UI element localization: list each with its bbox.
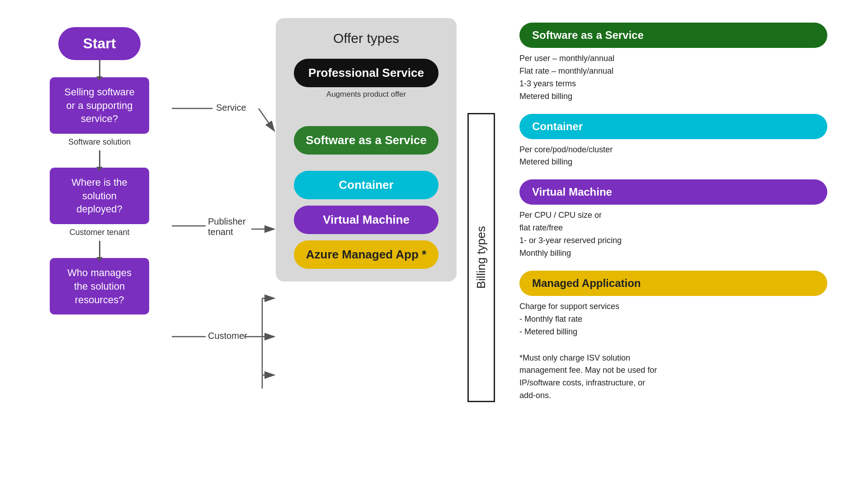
billing-types-panel: Software as a Service Per user – monthly… <box>506 18 841 407</box>
billing-container-label: Container <box>519 114 827 139</box>
billing-managed-app-note: *Must only charge ISV solutionmanagement… <box>519 352 827 403</box>
offer-types-title: Offer types <box>333 31 399 46</box>
billing-vm-label: Virtual Machine <box>519 179 827 205</box>
flowchart: Start Selling softwareor a supportingser… <box>27 27 172 314</box>
saas-pill: Software as a Service <box>294 126 439 155</box>
label-software-solution: Software solution <box>68 137 131 147</box>
billing-saas-desc: Per user – monthly/annualFlat rate – mon… <box>519 52 827 103</box>
billing-managed-app-label: Managed Application <box>519 271 827 296</box>
fc-box-3: Who managesthe solutionresources? <box>50 258 149 314</box>
arrow-1 <box>99 60 100 77</box>
vm-pill: Virtual Machine <box>294 206 439 234</box>
offer-types-section: Offer types Professional Service Augment… <box>276 18 457 282</box>
fc-box-2: Where is thesolutiondeployed? <box>50 168 149 224</box>
billing-container-desc: Per core/pod/node/clusterMetered billing <box>519 144 827 169</box>
professional-service-sub: Augments product offer <box>326 90 406 99</box>
billing-bar: Billing types <box>467 113 495 402</box>
diagram-wrapper: Start Selling softwareor a supportingser… <box>0 0 868 488</box>
arrow-2 <box>99 150 100 168</box>
professional-service-pill: Professional Service <box>294 59 439 87</box>
fc-box-1: Selling softwareor a supportingservice? <box>50 77 149 134</box>
billing-saas-label: Software as a Service <box>519 23 827 48</box>
label-customer-tenant: Customer tenant <box>69 228 129 237</box>
azure-managed-app-pill: Azure Managed App * <box>294 240 439 269</box>
start-node: Start <box>58 27 141 60</box>
billing-vm-desc: Per CPU / CPU size orflat rate/free1- or… <box>519 209 827 260</box>
container-pill: Container <box>294 171 439 199</box>
arrow-3 <box>99 241 100 258</box>
billing-managed-app-desc: Charge for support services- Monthly fla… <box>519 300 827 338</box>
